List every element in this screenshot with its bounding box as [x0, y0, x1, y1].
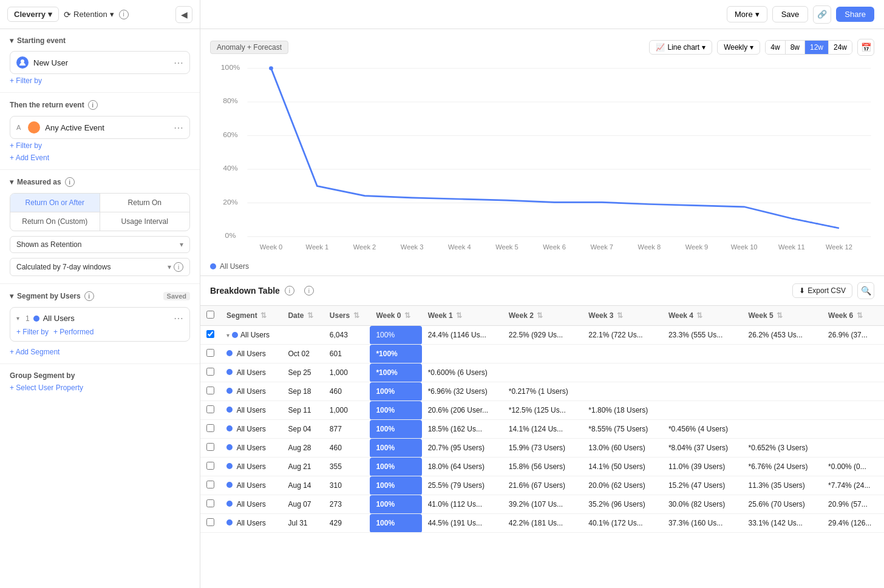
cell-value: 25.5% (79 Users) [422, 476, 503, 495]
add-event-button[interactable]: + Add Event [10, 150, 190, 162]
col-week5[interactable]: Week 5 ⇅ [742, 306, 822, 326]
col-week4[interactable]: Week 4 ⇅ [662, 306, 743, 326]
calculated-by-info-icon[interactable]: i [174, 262, 183, 272]
period-chevron-icon: ▾ [750, 43, 753, 52]
save-button[interactable]: Save [772, 6, 809, 22]
collapse-panel-button[interactable]: ◀ [175, 6, 192, 23]
new-user-event-card[interactable]: New User ⋯ [10, 51, 190, 74]
link-button[interactable]: 🔗 [813, 5, 831, 24]
active-event-card[interactable]: A Any Active Event ⋯ [10, 116, 190, 139]
cell-value: 15.8% (56 Users) [503, 458, 583, 476]
col-week2[interactable]: Week 2 ⇅ [503, 306, 583, 326]
starting-event-section[interactable]: ▾ Starting event [10, 36, 190, 45]
cell-value: *0.652% (3 Users) [742, 439, 822, 458]
select-property-button[interactable]: + Select User Property [10, 384, 190, 392]
share-label: Share [845, 10, 866, 19]
active-event-more-icon[interactable]: ⋯ [174, 122, 183, 133]
svg-text:Week 2: Week 2 [353, 243, 376, 251]
summary-users: 6,043 [324, 326, 370, 345]
row-checkbox[interactable] [206, 481, 214, 488]
chart-area: 100% 80% 60% 40% 20% 0% Week 0 Week 1 [210, 63, 874, 257]
segment-more-icon[interactable]: ⋯ [174, 313, 183, 324]
row-checkbox[interactable] [206, 443, 214, 451]
cell-value: 25.6% (70 Users) [742, 495, 822, 514]
measure-return-on-custom[interactable]: Return On (Custom) [10, 212, 100, 231]
cell-empty [822, 382, 884, 401]
row-segment: All Users [220, 514, 282, 533]
row-checkbox[interactable] [206, 405, 214, 413]
retention-icon: ⟳ [64, 10, 71, 19]
row-checkbox[interactable] [206, 518, 214, 526]
col-segment[interactable]: Segment ⇅ [220, 306, 282, 326]
svg-text:Week 0: Week 0 [260, 243, 283, 251]
brand-chevron-icon: ▾ [48, 10, 52, 19]
calendar-button[interactable]: 📅 [857, 39, 874, 56]
starting-filter-add[interactable]: + Filter by [10, 74, 190, 85]
new-user-more-icon[interactable]: ⋯ [174, 57, 183, 69]
row-checkbox[interactable] [206, 462, 214, 470]
col-week6[interactable]: Week 6 ⇅ [822, 306, 884, 326]
col-week1[interactable]: Week 1 ⇅ [422, 306, 503, 326]
time-4w-button[interactable]: 4w [766, 41, 785, 54]
time-8w-button[interactable]: 8w [786, 41, 805, 54]
calculated-by-dropdown[interactable]: Calculated by 7-day windows ▾ i [10, 258, 190, 276]
row-dot-icon [226, 482, 233, 488]
time-24w-button[interactable]: 24w [829, 41, 852, 54]
row-checkbox[interactable] [206, 330, 214, 338]
select-all-checkbox[interactable] [206, 311, 214, 319]
new-user-icon [16, 56, 29, 69]
row-segment: All Users [220, 401, 282, 420]
time-12w-button[interactable]: 12w [805, 41, 829, 54]
row-checkbox[interactable] [206, 349, 214, 357]
breakdown-info2-icon[interactable]: i [304, 286, 314, 296]
cell-value: *12.5% (125 Us... [503, 401, 583, 420]
chart-type-button[interactable]: 📈 Line chart ▾ [649, 40, 712, 55]
measure-usage-interval[interactable]: Usage Interval [100, 212, 190, 231]
retention-button[interactable]: ⟳ Retention ▾ [64, 10, 114, 19]
measured-as-section[interactable]: ▾ Measured as i [10, 177, 190, 187]
col-week0[interactable]: Week 0 ⇅ [370, 306, 421, 326]
segment-by-section[interactable]: ▾ Segment by Users i Saved [10, 291, 190, 301]
row-users: 460 [324, 382, 370, 401]
col-date[interactable]: Date ⇅ [282, 306, 323, 326]
export-csv-button[interactable]: ⬇ Export CSV [792, 283, 852, 298]
row-segment: All Users [220, 439, 282, 458]
return-event-info-icon[interactable]: i [88, 100, 98, 110]
table-summary-row: ▾ All Users 6,043 100% 24.4% (1146 Us...… [200, 326, 884, 345]
add-segment-button[interactable]: + Add Segment [10, 348, 190, 356]
brand-button[interactable]: Cleverry ▾ [7, 7, 59, 22]
row-users: 1,000 [324, 401, 370, 420]
shown-as-dropdown[interactable]: Shown as Retention ▾ [10, 236, 190, 253]
row-checkbox[interactable] [206, 499, 214, 507]
table-row: All Users Aug 21 355 100% 18.0% (64 User… [200, 458, 884, 476]
measure-return-on-or-after[interactable]: Return On or After [10, 194, 100, 212]
row-checkbox[interactable] [206, 424, 214, 432]
segment-performed[interactable]: + Performed [53, 328, 93, 336]
breakdown-info-icon[interactable]: i [285, 286, 294, 296]
share-button[interactable]: Share [836, 7, 874, 22]
more-button[interactable]: More ▾ [727, 6, 767, 22]
measure-return-on[interactable]: Return On [100, 194, 190, 212]
segment-expand-icon[interactable]: ▾ [16, 315, 19, 322]
search-button[interactable]: 🔍 [857, 282, 874, 299]
segment-filter-by[interactable]: + Filter by [16, 328, 49, 336]
anomaly-button[interactable]: Anomaly + Forecast [210, 41, 288, 54]
row-segment: All Users [220, 363, 282, 382]
cell-empty [742, 401, 822, 420]
more-label: More [735, 10, 753, 19]
cell-value: *1.80% (18 Users) [582, 401, 662, 420]
row-checkbox[interactable] [206, 387, 214, 394]
cell-w0: *100% [370, 363, 421, 382]
expand-icon[interactable]: ▾ [226, 332, 229, 339]
svg-text:80%: 80% [223, 96, 238, 105]
col-week3[interactable]: Week 3 ⇅ [582, 306, 662, 326]
segment-by-info-icon[interactable]: i [84, 291, 94, 301]
row-checkbox[interactable] [206, 368, 214, 376]
retention-info-icon[interactable]: i [119, 10, 129, 19]
measured-as-label: Measured as [17, 178, 61, 186]
measured-as-info-icon[interactable]: i [65, 177, 75, 187]
period-button[interactable]: Weekly ▾ [717, 40, 760, 55]
cell-w0: 100% [370, 458, 421, 476]
return-filter-add[interactable]: + Filter by [10, 139, 190, 150]
col-users[interactable]: Users ⇅ [324, 306, 370, 326]
